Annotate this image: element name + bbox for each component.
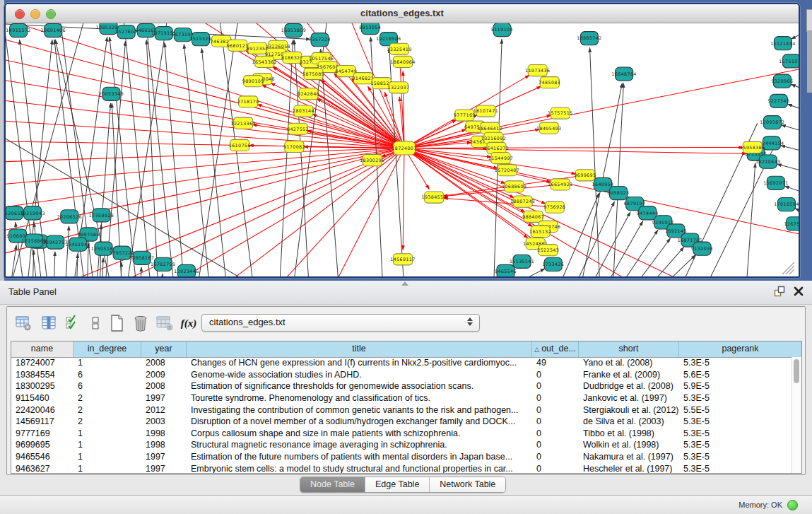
table-row[interactable]: 946362711997Embryonic stem cells: a mode… bbox=[11, 462, 792, 473]
citation-edge-red[interactable] bbox=[271, 83, 404, 148]
column-header-name[interactable]: name bbox=[11, 341, 73, 357]
delete-table-button-disabled bbox=[154, 313, 175, 334]
table-row[interactable]: 911546021997Tourette syndrome. Phenomeno… bbox=[11, 392, 792, 404]
column-header-pagerank[interactable]: pagerank bbox=[679, 341, 801, 357]
graph-node-label: 16210643 bbox=[755, 159, 780, 164]
graph-node-label: 11544997 bbox=[488, 156, 513, 160]
citation-edge-red[interactable] bbox=[6, 148, 404, 185]
citation-edge-black[interactable] bbox=[613, 83, 623, 276]
table-cell: 5.3E-5 bbox=[679, 358, 792, 368]
citation-edge-black[interactable] bbox=[589, 47, 599, 276]
citation-edge-black[interactable] bbox=[777, 164, 799, 172]
close-window-button[interactable] bbox=[15, 9, 25, 19]
float-panel-icon[interactable] bbox=[774, 286, 785, 300]
memory-status-indicator[interactable] bbox=[787, 500, 798, 510]
citation-edge-red[interactable] bbox=[6, 141, 404, 148]
citation-edge-red[interactable] bbox=[403, 148, 404, 250]
citation-edge-red[interactable] bbox=[261, 85, 404, 148]
table-row[interactable]: 1830029562008Estimation of significance … bbox=[11, 380, 792, 392]
close-panel-icon[interactable] bbox=[794, 286, 804, 299]
table-cell: 0 bbox=[532, 370, 579, 380]
citation-edge-black[interactable] bbox=[87, 244, 88, 276]
table-cell: 1 bbox=[73, 452, 141, 462]
sort-ascending-icon: △ bbox=[534, 346, 539, 353]
table-row[interactable]: 1938455462009Genome-wide association stu… bbox=[11, 369, 792, 381]
split-divider-handle[interactable] bbox=[401, 281, 408, 286]
table-cell: 2 bbox=[73, 416, 141, 426]
table-scrollbar-thumb[interactable] bbox=[794, 359, 799, 383]
citation-edge-black[interactable] bbox=[145, 23, 175, 276]
table-cell: Franke et al. (2009) bbox=[579, 370, 679, 380]
function-builder-button[interactable]: f(x) bbox=[178, 313, 199, 334]
citation-edge-black[interactable] bbox=[746, 163, 755, 276]
citation-edge-black[interactable] bbox=[787, 104, 799, 110]
citation-edge-black[interactable] bbox=[65, 226, 69, 276]
citation-edge-black[interactable] bbox=[589, 212, 630, 276]
citation-edge-red[interactable] bbox=[404, 148, 747, 153]
citation-edge-red[interactable] bbox=[6, 98, 404, 148]
column-visibility-button[interactable] bbox=[38, 313, 59, 334]
table-row[interactable]: 977716911998Corpus callosum shape and si… bbox=[11, 428, 792, 440]
delete-column-button[interactable] bbox=[130, 313, 151, 334]
citation-edge-black[interactable] bbox=[102, 258, 103, 276]
citation-edge-red[interactable] bbox=[404, 147, 743, 148]
table-cell: 5.3E-5 bbox=[679, 464, 792, 473]
table-row[interactable]: 969969511998Structural magnetic resonanc… bbox=[11, 439, 792, 451]
graph-node-label: 8958923 bbox=[608, 190, 630, 195]
network-graph-svg[interactable]: 1872400714015572206914061085329715276026… bbox=[6, 23, 799, 276]
table-row[interactable]: 2242004622012Investigating the contribut… bbox=[11, 404, 792, 416]
citation-edge-black[interactable] bbox=[791, 84, 799, 89]
tab-edge-table[interactable]: Edge Table bbox=[365, 477, 430, 492]
citation-edge-black[interactable] bbox=[184, 44, 210, 276]
citation-edge-black[interactable] bbox=[141, 267, 141, 276]
table-cell: 1998 bbox=[141, 440, 187, 450]
citation-edge-black[interactable] bbox=[321, 49, 339, 276]
citation-edge-black[interactable] bbox=[123, 23, 151, 276]
row-height-button[interactable] bbox=[85, 313, 106, 334]
table-cell: 2008 bbox=[141, 381, 187, 391]
table-row[interactable]: 1456911722003Disruption of a novel membe… bbox=[11, 416, 792, 428]
network-window-titlebar[interactable]: citations_edges.txt bbox=[6, 4, 799, 23]
table-row[interactable]: 1872400712008Changes of HCN gene express… bbox=[11, 357, 792, 369]
column-header-title[interactable]: title bbox=[187, 341, 532, 357]
citation-edge-black[interactable] bbox=[632, 238, 670, 276]
citation-edge-black[interactable] bbox=[165, 42, 184, 276]
citation-edge-black[interactable] bbox=[54, 252, 55, 276]
citation-edge-red[interactable] bbox=[404, 66, 799, 148]
column-header-out_de[interactable]: △out_de... bbox=[532, 341, 579, 357]
citation-edge-black[interactable] bbox=[604, 221, 643, 276]
resize-grip[interactable] bbox=[782, 262, 794, 274]
table-cell: Wolkin et al. (1998) bbox=[579, 440, 679, 450]
table-cell: Corpus callosum shape and size in male p… bbox=[187, 428, 532, 438]
select-columns-button[interactable] bbox=[62, 313, 83, 334]
table-settings-button[interactable] bbox=[13, 313, 34, 334]
network-canvas[interactable]: 1872400714015572206914061085329715276026… bbox=[6, 23, 799, 276]
graph-node-label: 1527602 bbox=[115, 29, 137, 34]
table-selector-dropdown[interactable]: citations_edges.txt bbox=[201, 314, 480, 332]
citation-edge-black[interactable] bbox=[781, 146, 799, 152]
citation-edge-black[interactable] bbox=[10, 245, 16, 276]
citation-edge-black[interactable] bbox=[659, 255, 695, 276]
table-row[interactable]: 946554611997Estimation of the future num… bbox=[11, 451, 792, 463]
table-cell: 1998 bbox=[141, 428, 187, 438]
citation-edge-red[interactable] bbox=[162, 148, 404, 276]
graph-node-label: 20206526 bbox=[57, 214, 82, 219]
new-column-button[interactable] bbox=[106, 313, 127, 334]
citation-edge-black[interactable] bbox=[792, 32, 799, 39]
column-header-year[interactable]: year bbox=[141, 341, 187, 357]
citation-edge-black[interactable] bbox=[146, 40, 158, 276]
minimize-window-button[interactable] bbox=[30, 9, 40, 19]
citation-edge-black[interactable] bbox=[646, 247, 684, 276]
zoom-window-button[interactable] bbox=[46, 9, 56, 19]
tab-network-table[interactable]: Network Table bbox=[430, 477, 505, 492]
citation-edge-red[interactable] bbox=[6, 119, 404, 148]
citation-edge-black[interactable] bbox=[795, 209, 799, 214]
cytoscape-app: citations_edges.txt 18724007140155722069… bbox=[0, 0, 812, 514]
tab-node-table[interactable]: Node Table bbox=[300, 477, 365, 492]
column-header-short[interactable]: short bbox=[579, 341, 679, 357]
table-scrollbar[interactable] bbox=[792, 357, 801, 473]
citation-edge-black[interactable] bbox=[784, 186, 799, 193]
citation-edge-black[interactable] bbox=[781, 125, 799, 132]
column-header-in_degree[interactable]: in_degree bbox=[73, 341, 141, 357]
citation-edge-black[interactable] bbox=[162, 274, 163, 276]
